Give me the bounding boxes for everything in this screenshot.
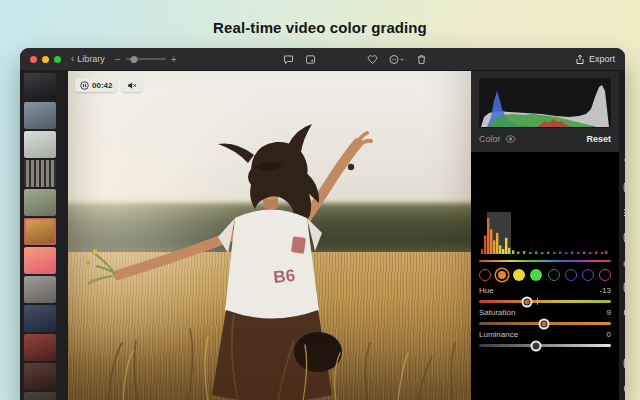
zoom-window-button[interactable] — [54, 56, 61, 63]
sliders: Hue-13Saturation9Luminance0 — [479, 286, 611, 347]
compare-icon[interactable] — [623, 358, 626, 369]
thumbnail-pink-flowers[interactable] — [24, 247, 56, 274]
histogram-svg — [481, 83, 609, 127]
hue-default-tick — [537, 298, 538, 305]
spectrum-bar — [487, 218, 489, 254]
hue-value: -13 — [599, 286, 611, 295]
spectrum-bar — [535, 252, 537, 254]
spectrum-bar — [523, 251, 525, 254]
hue-spectrum[interactable] — [479, 212, 611, 262]
histogram — [479, 78, 611, 128]
history-icon[interactable] — [623, 307, 626, 318]
color-dot-magenta[interactable] — [599, 269, 611, 281]
hue-spectrum-svg — [479, 212, 607, 258]
color-dot-yellow[interactable] — [513, 269, 525, 281]
spectrum-bar — [559, 252, 561, 254]
lut-icon[interactable] — [623, 282, 626, 293]
info-icon[interactable] — [623, 383, 626, 394]
spectrum-bar — [577, 252, 579, 254]
spectrum-bar — [481, 249, 483, 254]
close-button[interactable] — [30, 56, 37, 63]
zoom-control: − + — [115, 54, 177, 65]
saturation-label: Saturation — [479, 308, 515, 317]
color-section-header: Color Reset — [471, 128, 619, 152]
thumbnail-dim-landscape[interactable] — [24, 392, 56, 400]
speaker-muted-icon — [127, 81, 137, 90]
photo-vignette — [68, 71, 471, 400]
filmstrip — [20, 71, 68, 400]
export-label: Export — [589, 54, 615, 64]
color-wheel-icon[interactable] — [623, 257, 626, 268]
thumbnail-birch-trunks[interactable] — [24, 160, 56, 187]
luminance-slider-knob[interactable] — [530, 340, 541, 351]
luminance-value: 0 — [607, 330, 611, 339]
color-dot-teal[interactable] — [548, 269, 560, 281]
hue-slider-track[interactable] — [479, 300, 611, 303]
color-dot-orange[interactable] — [496, 269, 508, 281]
color-dot-red[interactable] — [479, 269, 491, 281]
spectrum-bar — [595, 252, 597, 254]
favorite-heart-icon[interactable] — [367, 54, 378, 65]
hue-slider-knob[interactable] — [521, 296, 532, 307]
playback-time: 00:42 — [92, 81, 112, 90]
thumbnail-navy-figure[interactable] — [24, 305, 56, 332]
mute-badge[interactable] — [122, 78, 142, 92]
visibility-eye-icon[interactable] — [505, 135, 516, 143]
luminance-label: Luminance — [479, 330, 518, 339]
color-dot-blue[interactable] — [565, 269, 577, 281]
reset-button[interactable]: Reset — [586, 134, 611, 144]
thumbnail-gray-sweater-portrait[interactable] — [24, 276, 56, 303]
spectrum-bar — [589, 252, 591, 254]
spectrum-bar — [601, 252, 603, 254]
spectrum-bar — [493, 240, 495, 254]
saturation-slider-track[interactable] — [479, 322, 611, 325]
spectrum-bar — [496, 233, 498, 254]
thumbnail-red-floral[interactable] — [24, 334, 56, 361]
thumbnail-blue-branches[interactable] — [24, 102, 56, 129]
comment-icon[interactable] — [283, 54, 294, 65]
minimize-button[interactable] — [42, 56, 49, 63]
spectrum-bar — [517, 252, 519, 254]
titlebar: ‹ Library − + — [20, 48, 625, 71]
tone-curve-icon[interactable] — [623, 232, 626, 243]
zoom-slider-knob[interactable] — [130, 56, 137, 63]
frame-badge-icon[interactable] — [305, 54, 316, 65]
back-label: Library — [77, 54, 105, 64]
hsl-section: Hue-13Saturation9Luminance0 — [471, 212, 619, 347]
thumbnail-dark-portrait[interactable] — [24, 73, 56, 100]
spectrum-bar — [529, 252, 531, 254]
hue-rainbow-strip — [479, 260, 611, 263]
zoom-in-button[interactable]: + — [171, 54, 177, 65]
spectrum-bar — [490, 229, 492, 254]
playback-time-badge[interactable]: 00:42 — [75, 78, 117, 92]
app-window: ‹ Library − + — [20, 48, 625, 400]
spectrum-bar — [508, 248, 510, 254]
thumbnail-golden-field-girl[interactable] — [24, 218, 56, 245]
more-options-button[interactable] — [389, 54, 405, 65]
spectrum-bar — [505, 238, 507, 254]
crop-icon[interactable] — [623, 157, 626, 168]
spectrum-bar — [565, 252, 567, 254]
luminance-slider-track[interactable] — [479, 344, 611, 347]
color-dot-violet[interactable] — [582, 269, 594, 281]
video-canvas[interactable]: B6 — [68, 71, 471, 400]
saturation-slider-row: Saturation9 — [479, 308, 611, 325]
spectrum-bar — [502, 249, 504, 254]
adjust-sliders-icon[interactable] — [623, 207, 626, 218]
back-to-library-button[interactable]: ‹ Library — [71, 54, 105, 64]
spectrum-bar — [571, 252, 573, 254]
zoom-slider[interactable] — [126, 58, 166, 60]
export-button[interactable]: Export — [575, 54, 615, 65]
thumbnail-dark-floral[interactable] — [24, 363, 56, 390]
color-dot-green[interactable] — [530, 269, 542, 281]
saturation-slider-knob[interactable] — [538, 318, 549, 329]
heal-icon[interactable] — [623, 182, 626, 193]
histogram-card — [471, 71, 619, 128]
trash-icon[interactable] — [416, 54, 427, 65]
spectrum-bar — [499, 245, 501, 254]
chevron-down-icon — [400, 58, 403, 60]
zoom-out-button[interactable]: − — [115, 54, 121, 65]
thumbnail-foggy-trees[interactable] — [24, 131, 56, 158]
color-dots — [479, 269, 611, 281]
thumbnail-field-figure[interactable] — [24, 189, 56, 216]
